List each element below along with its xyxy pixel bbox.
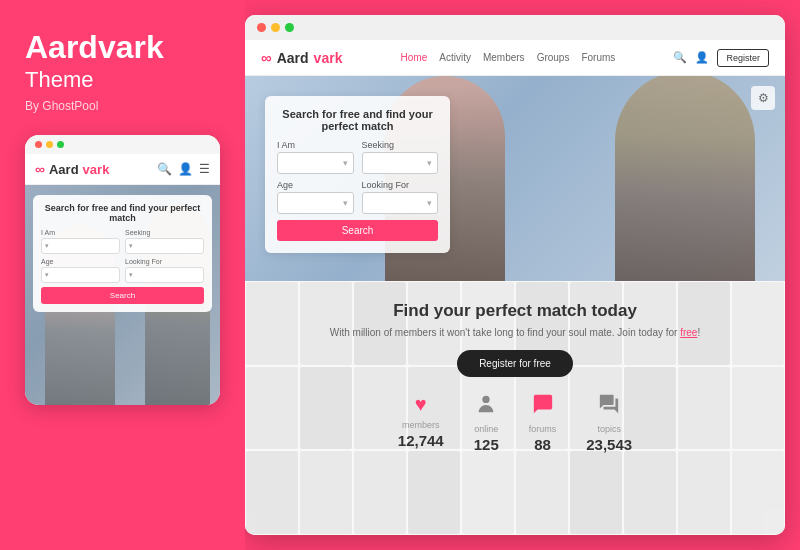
desktop-mockup: ∞ Aardvark Home Activity Members Groups … [245, 15, 785, 535]
desktop-logo-pink: vark [314, 50, 343, 66]
hero-seeking-group: Seeking ▾ [362, 140, 439, 174]
content-subtext-link: free [680, 327, 697, 338]
hero-form-row-2: Age ▾ Looking For ▾ [277, 180, 438, 214]
nav-link-home[interactable]: Home [401, 52, 428, 63]
mobile-header-icons: 🔍 👤 ☰ [157, 162, 210, 176]
mobile-form-row-2: Age ▾ Looking For ▾ [41, 258, 204, 283]
content-heading: Find your perfect match today [393, 301, 637, 321]
desktop-register-nav-btn[interactable]: Register [717, 49, 769, 67]
nav-link-groups[interactable]: Groups [537, 52, 570, 63]
brand-title-block: Aardvark Theme By GhostPool [25, 30, 220, 113]
desktop-hero: Search for free and find your perfect ma… [245, 76, 785, 281]
stat-topics-value: 23,543 [586, 436, 632, 453]
nav-link-members[interactable]: Members [483, 52, 525, 63]
hero-i-am-group: I Am ▾ [277, 140, 354, 174]
mobile-mockup: ∞ Aardvark 🔍 👤 ☰ Search for free and fin… [25, 135, 220, 405]
content-subtext: With million of members it won't take lo… [330, 327, 700, 338]
left-panel: Aardvark Theme By GhostPool ∞ Aardvark 🔍… [0, 0, 245, 550]
nav-link-activity[interactable]: Activity [439, 52, 471, 63]
speech-bubbles-icon [598, 393, 620, 420]
mobile-i-am-group: I Am ▾ [41, 229, 120, 254]
desktop-dot-green [285, 23, 294, 32]
nav-link-forums[interactable]: Forums [581, 52, 615, 63]
chevron-down-icon-3: ▾ [45, 271, 49, 279]
chevron-down-icon-7: ▾ [343, 198, 348, 208]
stat-topics-label: topics [597, 424, 621, 434]
stat-online-label: online [474, 424, 498, 434]
chevron-down-icon-2: ▾ [129, 242, 133, 250]
mobile-header: ∞ Aardvark 🔍 👤 ☰ [25, 154, 220, 185]
mobile-seeking-group: Seeking ▾ [125, 229, 204, 254]
hero-settings-icon[interactable]: ⚙ [751, 86, 775, 110]
mobile-i-am-label: I Am [41, 229, 120, 236]
hero-search-title: Search for free and find your perfect ma… [277, 108, 438, 132]
stat-members: ♥ members 12,744 [398, 393, 444, 449]
hero-seeking-select[interactable]: ▾ [362, 152, 439, 174]
content-subtext-before: With million of members it won't take lo… [330, 327, 680, 338]
desktop-content-inner: Find your perfect match today With milli… [245, 281, 785, 468]
desktop-logo-icon: ∞ [261, 49, 272, 66]
mobile-search-button[interactable]: Search [41, 287, 204, 304]
dot-yellow [46, 141, 53, 148]
stat-online: online 125 [474, 393, 499, 453]
content-subtext-after: ! [697, 327, 700, 338]
hero-search-button[interactable]: Search [277, 220, 438, 241]
hero-looking-group: Looking For ▾ [362, 180, 439, 214]
mobile-search-icon[interactable]: 🔍 [157, 162, 172, 176]
hero-i-am-select[interactable]: ▾ [277, 152, 354, 174]
speech-bubble-icon [532, 393, 554, 420]
desktop-top-bar [245, 15, 785, 40]
hero-age-group: Age ▾ [277, 180, 354, 214]
mobile-seeking-select[interactable]: ▾ [125, 238, 204, 254]
desktop-nav: ∞ Aardvark Home Activity Members Groups … [245, 40, 785, 76]
hero-age-select[interactable]: ▾ [277, 192, 354, 214]
stat-online-value: 125 [474, 436, 499, 453]
desktop-content: Find your perfect match today With milli… [245, 281, 785, 535]
mobile-search-box: Search for free and find your perfect ma… [33, 195, 212, 312]
mobile-logo-icon: ∞ [35, 161, 45, 177]
hero-seeking-label: Seeking [362, 140, 439, 150]
mobile-looking-group: Looking For ▾ [125, 258, 204, 283]
hero-looking-select[interactable]: ▾ [362, 192, 439, 214]
stat-topics: topics 23,543 [586, 393, 632, 453]
mobile-i-am-select[interactable]: ▾ [41, 238, 120, 254]
mobile-age-label: Age [41, 258, 120, 265]
brand-title: Aardvark [25, 30, 220, 65]
hero-search-overlay: Search for free and find your perfect ma… [265, 96, 450, 253]
mobile-hero: Search for free and find your perfect ma… [25, 185, 220, 405]
nav-search-icon[interactable]: 🔍 [673, 51, 687, 64]
mobile-user-icon[interactable]: 👤 [178, 162, 193, 176]
dot-green [57, 141, 64, 148]
mobile-seeking-label: Seeking [125, 229, 204, 236]
chevron-down-icon-8: ▾ [427, 198, 432, 208]
mobile-age-group: Age ▾ [41, 258, 120, 283]
hero-age-label: Age [277, 180, 354, 190]
mobile-top-bar [25, 135, 220, 154]
desktop-dot-yellow [271, 23, 280, 32]
mobile-menu-icon[interactable]: ☰ [199, 162, 210, 176]
hero-i-am-label: I Am [277, 140, 354, 150]
stats-row: ♥ members 12,744 online 125 forums [398, 393, 632, 453]
register-for-free-button[interactable]: Register for free [457, 350, 573, 377]
mobile-logo-dark: Aard [49, 162, 79, 177]
desktop-nav-links: Home Activity Members Groups Forums [401, 52, 616, 63]
desktop-dot-red [257, 23, 266, 32]
desktop-nav-logo: ∞ Aardvark [261, 49, 342, 66]
heart-icon: ♥ [415, 393, 427, 416]
hero-form-row-1: I Am ▾ Seeking ▾ [277, 140, 438, 174]
chevron-down-icon: ▾ [45, 242, 49, 250]
nav-user-icon[interactable]: 👤 [695, 51, 709, 64]
mobile-form-row-1: I Am ▾ Seeking ▾ [41, 229, 204, 254]
stat-forums-label: forums [529, 424, 557, 434]
mobile-logo-pink: vark [83, 162, 110, 177]
stat-members-label: members [402, 420, 440, 430]
brand-subtitle: Theme [25, 67, 220, 93]
mobile-looking-label: Looking For [125, 258, 204, 265]
stat-forums: forums 88 [529, 393, 557, 453]
stat-forums-value: 88 [534, 436, 551, 453]
mobile-looking-select[interactable]: ▾ [125, 267, 204, 283]
chevron-down-icon-4: ▾ [129, 271, 133, 279]
mobile-age-select[interactable]: ▾ [41, 267, 120, 283]
chevron-down-icon-6: ▾ [427, 158, 432, 168]
hero-person-right [615, 76, 755, 281]
